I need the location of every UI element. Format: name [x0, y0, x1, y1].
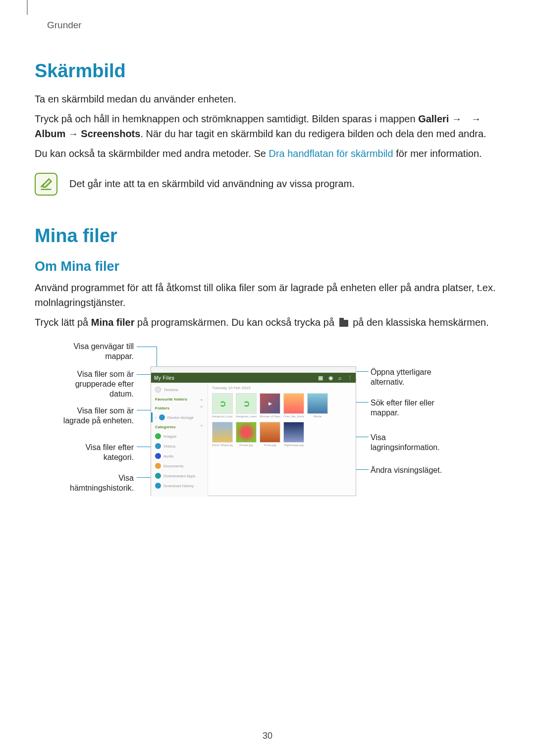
app-screenshot: My Files ▦ ◉ ⌕ ⋮ Timeline Favourite fold… [151, 366, 356, 496]
annotated-screenshot: Visa genvägar tillmappar. Visa filer som… [35, 345, 500, 503]
row-folders: Folders⌃ [151, 403, 208, 412]
row-device: ›Device storage [151, 412, 208, 422]
page-number: 30 [263, 731, 272, 741]
note-block: Det går inte att ta en skärmbild vid anv… [35, 173, 500, 196]
callout-bydate: Visa filer som ärgrupperade efterdatum. [35, 369, 134, 399]
subheading-om-mina-filer: Om Mina filer [35, 259, 500, 274]
section-header: Grunder [47, 20, 500, 31]
callout-bycat: Visa filer efterkategori. [35, 443, 134, 462]
callout-shortcuts: Visa genvägar tillmappar. [35, 342, 134, 361]
paragraph: Ta en skärmbild medan du använder enhete… [35, 92, 500, 106]
row-categories: Categories⌃ [151, 422, 208, 431]
more-icon: ⋮ [347, 375, 353, 381]
paragraph-instructions: Tryck på och håll in hemknappen och strö… [35, 111, 500, 141]
storage-icon: ◉ [328, 375, 334, 381]
callout-history: Visahämtningshistorik. [35, 473, 134, 493]
paragraph-other-methods: Du kan också ta skärmbilder med andra me… [35, 146, 500, 161]
note-text: Det går inte att ta en skärmbild vid anv… [69, 173, 500, 191]
note-icon [35, 173, 57, 196]
paragraph-launch: Tryck lätt på Mina filer på programskärm… [35, 315, 500, 330]
view-icon: ▦ [318, 375, 323, 381]
link-palm-swipe[interactable]: Dra handflatan för skärmbild [268, 148, 393, 159]
folder-icon [339, 320, 348, 327]
row-videos: Videos [151, 441, 208, 451]
heading-skarmbild: Skärmbild [35, 60, 500, 82]
row-timeline: Timeline [151, 385, 208, 395]
callout-options: Öppna ytterligarealternativ. [371, 367, 431, 387]
file-grid: Tuesday 10 Feb 2015 ➲Hangouts_incom... ➲… [208, 383, 356, 497]
callout-viewmode: Ändra visningsläget. [371, 465, 442, 475]
row-apps: Downloaded Apps [151, 471, 208, 481]
callout-ondevice: Visa filer som ärlagrade på enheten. [35, 406, 134, 426]
row-audio: Audio [151, 451, 208, 461]
row-history: Download history [151, 481, 208, 491]
app-sidebar: Timeline Favourite folders⌄ Folders⌃ ›De… [151, 383, 208, 497]
callout-search: Sök efter filer ellermappar. [371, 398, 434, 418]
row-images: Images [151, 431, 208, 441]
heading-mina-filer: Mina filer [35, 225, 500, 247]
callout-storage: Visalagringsinformation. [371, 433, 440, 453]
search-icon: ⌕ [338, 375, 342, 381]
row-favourite: Favourite folders⌄ [151, 395, 208, 403]
row-documents: Documents [151, 461, 208, 471]
app-header: My Files ▦ ◉ ⌕ ⋮ [151, 373, 356, 383]
paragraph: Använd programmet för att få åtkomst til… [35, 280, 500, 310]
